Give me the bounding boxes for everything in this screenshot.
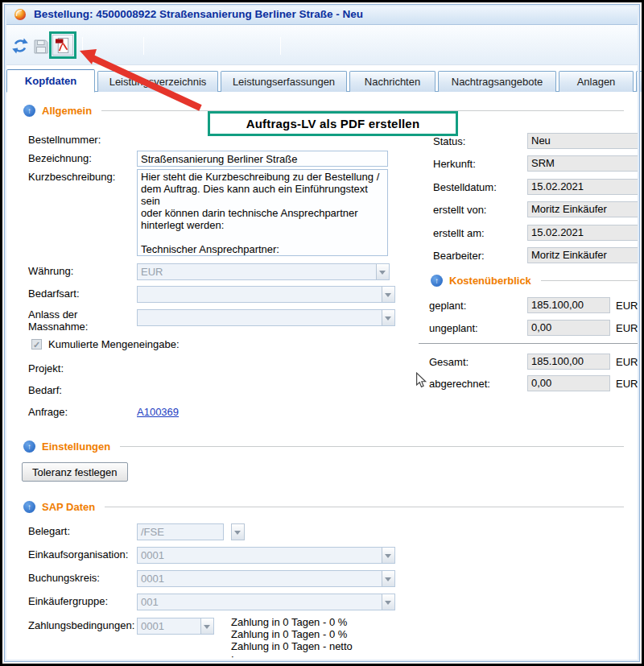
anlass-label: Anlass der Massnahme:: [28, 308, 112, 333]
bestellnummer-label: Bestellnummer:: [28, 134, 101, 146]
waehrung-value: EUR: [138, 266, 376, 278]
zahlungsbedingungen-select[interactable]: 0001: [137, 618, 214, 635]
app-icon: [14, 8, 27, 21]
section-sap-daten: ↑ SAP Daten: [23, 501, 624, 513]
buchungskreis-value: 0001: [138, 573, 382, 585]
bearbeiter-label: Bearbeiter:: [433, 250, 485, 262]
einkaufsorganisation-select[interactable]: 0001: [137, 547, 395, 564]
kumulierte-label: Kumulierte Mengeneingabe:: [48, 338, 180, 350]
toolbar-separator: [280, 37, 281, 55]
herkunft-label: Herkunft:: [433, 158, 476, 170]
waehrung-select[interactable]: EUR: [137, 263, 390, 280]
section-rule: [120, 446, 624, 447]
tab-nachtragsangebote[interactable]: Nachtragsangebote: [438, 71, 556, 92]
chevron-down-icon[interactable]: [376, 264, 389, 279]
kurzbeschreibung-label: Kurzbeschreibung:: [28, 171, 115, 183]
belegart-select[interactable]: /FSE: [137, 523, 224, 540]
tab-partial[interactable]: [636, 71, 644, 92]
tab-bar: Kopfdaten Leistungsverzeichnis Leistungs…: [6, 68, 644, 92]
chevron-down-icon[interactable]: [382, 287, 394, 302]
refresh-button[interactable]: [10, 35, 30, 56]
chevron-down-icon[interactable]: [382, 571, 394, 586]
einkaeufergruppe-select[interactable]: 001: [137, 594, 395, 610]
zahlungsbedingungen-label: Zahlungsbedingungen:: [28, 619, 134, 631]
kumulierte-checkbox[interactable]: ✓: [31, 339, 42, 350]
buchungskreis-label: Buchungskreis:: [28, 572, 100, 584]
pdf-export-button[interactable]: [52, 35, 73, 56]
currency-label: EUR: [616, 300, 638, 312]
tab-anlagen[interactable]: Anlagen: [559, 71, 634, 92]
kurzbeschreibung-textarea[interactable]: Hier steht die Kurzbeschreibung zu der B…: [137, 169, 388, 256]
anfrage-link[interactable]: A100369: [137, 406, 179, 418]
erstellt-von-field: Moritz Einkäufer: [527, 201, 638, 217]
collapse-arrow-icon[interactable]: ↑: [23, 501, 35, 513]
refresh-icon: [11, 37, 29, 55]
window-title: Bestellung: 4500008922 Straßensanierung …: [34, 8, 363, 20]
save-button[interactable]: [31, 36, 51, 56]
projekt-label: Projekt:: [28, 362, 64, 374]
bedarfsart-select[interactable]: [137, 286, 395, 303]
chevron-down-icon[interactable]: [382, 310, 394, 325]
gesamt-label: Gesamt:: [429, 356, 469, 368]
application-window: Bestellung: 4500008922 Straßensanierung …: [0, 0, 644, 666]
anlass-select[interactable]: [137, 309, 395, 326]
section-rule: [105, 507, 624, 507]
bestelldatum-field: 15.02.2021: [527, 179, 638, 195]
einkaeufergruppe-label: Einkäufergruppe:: [28, 595, 108, 607]
section-title: SAP Daten: [42, 501, 95, 513]
chevron-down-icon[interactable]: [382, 548, 394, 563]
herkunft-field: SRM: [527, 155, 638, 172]
annotation-callout: Auftrags-LV als PDF erstellen: [208, 111, 458, 136]
toolbar: [4, 25, 640, 65]
currency-label: EUR: [616, 356, 638, 368]
status-label: Status:: [433, 135, 465, 147]
gesamt-field: 185.100,00: [527, 354, 610, 370]
pdf-highlight-box: [49, 31, 76, 59]
section-kostenueberblick: ↑ Kostenüberblick: [431, 275, 638, 287]
tab-nachrichten[interactable]: Nachrichten: [349, 71, 436, 92]
kosten-divider: [419, 343, 638, 344]
einkaufsorganisation-label: Einkaufsorganisation:: [28, 548, 128, 561]
tab-leistungserfassungen[interactable]: Leistungserfassungen: [221, 71, 347, 92]
currency-label: EUR: [616, 322, 638, 334]
zahlungsbedingungen-note: Zahlung in 0 Tagen - 0 % Zahlung in 0 Ta…: [231, 616, 456, 664]
chevron-down-icon[interactable]: [200, 618, 213, 634]
anfrage-label: Anfrage:: [28, 406, 68, 418]
tab-leistungsverzeichnis[interactable]: Leistungsverzeichnis: [97, 71, 218, 92]
save-icon: [33, 39, 49, 55]
belegart-label: Belegart:: [28, 525, 70, 537]
buchungskreis-select[interactable]: 0001: [137, 570, 395, 587]
geplant-field: 185.100,00: [527, 297, 610, 313]
abgerechnet-field: 0,00: [527, 375, 610, 391]
zahlungsbedingungen-value: 0001: [138, 620, 200, 632]
belegart-value: /FSE: [138, 526, 223, 538]
status-field: Neu: [527, 133, 638, 149]
einkaeufergruppe-value: 001: [138, 596, 382, 608]
chevron-down-icon[interactable]: [382, 594, 394, 610]
erstellt-am-label: erstellt am:: [433, 227, 485, 239]
collapse-arrow-icon[interactable]: ↑: [431, 275, 443, 287]
currency-label: EUR: [616, 378, 638, 390]
erstellt-am-field: 15.02.2021: [527, 225, 638, 241]
collapse-arrow-icon[interactable]: ↑: [23, 105, 35, 117]
section-title: Kostenüberblick: [449, 275, 531, 287]
section-title: Einstellungen: [42, 441, 110, 453]
collapse-arrow-icon[interactable]: ↑: [23, 441, 35, 453]
belegart-dropdown-button[interactable]: [231, 523, 245, 540]
abgerechnet-label: abgerechnet:: [429, 378, 490, 390]
waehrung-label: Währung:: [28, 265, 73, 277]
bezeichnung-input[interactable]: [137, 151, 388, 167]
bearbeiter-field: Moritz Einkäufer: [527, 247, 638, 263]
geplant-label: geplant:: [429, 300, 466, 312]
einkaufsorganisation-value: 0001: [138, 549, 382, 561]
tab-kopfdaten[interactable]: Kopfdaten: [6, 69, 95, 93]
ungeplant-label: ungeplant:: [429, 322, 478, 334]
pdf-export-icon: [55, 37, 72, 54]
toolbar-separator: [82, 37, 83, 55]
title-bar: Bestellung: 4500008922 Straßensanierung …: [4, 4, 640, 25]
ungeplant-field: 0,00: [527, 320, 610, 336]
bedarf-label: Bedarf:: [28, 384, 62, 396]
section-einstellungen: ↑ Einstellungen: [23, 441, 624, 453]
toleranz-festlegen-button[interactable]: Toleranz festlegen: [22, 462, 128, 482]
bezeichnung-label: Bezeichnung:: [28, 152, 92, 164]
